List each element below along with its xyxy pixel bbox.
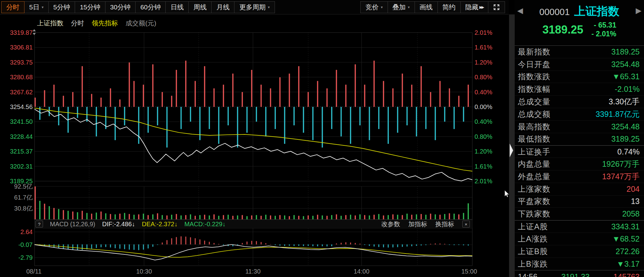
price-axis-label: 3241.50	[0, 118, 33, 125]
current-price: 3189.25	[542, 23, 583, 36]
period-tab-15min[interactable]: 15分钟	[75, 1, 105, 13]
stat-value: ▼3.17	[617, 259, 640, 269]
tool-button-auction[interactable]: 竞价▾	[360, 1, 388, 13]
period-tab-label: 5日	[29, 3, 40, 12]
price-axis-label: 3215.37	[0, 148, 33, 154]
stat-value: 13747万手	[602, 171, 640, 182]
period-tab-label: 更多周期	[239, 3, 266, 12]
tool-button-label: 隐藏	[465, 3, 479, 12]
quote-row-unchanged: 平盘家数13	[515, 196, 644, 208]
legend-item-yellow[interactable]: 领先指标	[92, 19, 118, 28]
tool-button-overlay[interactable]: 叠加▾	[388, 1, 415, 13]
chevron-down-icon: ▾	[408, 5, 410, 9]
percent-axis-label: 1.20%	[475, 59, 492, 65]
stat-value: 3189.25	[611, 47, 640, 56]
period-tab-month[interactable]: 月线	[211, 1, 234, 13]
period-tab-30min[interactable]: 30分钟	[105, 1, 136, 13]
percent-axis-label: 1.61%	[475, 163, 492, 170]
stat-label: 上证换手	[518, 147, 550, 157]
period-tab-day[interactable]: 日线	[165, 1, 189, 13]
tool-button-hide[interactable]: 隐藏▶▶	[460, 1, 488, 13]
volume-axis-label: 61.7亿	[0, 194, 33, 201]
stat-label: 上证B股	[518, 246, 548, 257]
time-axis-label: 08/11	[26, 268, 42, 274]
stat-value: 3254.48	[611, 122, 640, 131]
last-tick-row: 14:56 3191.33 145763	[515, 272, 644, 277]
scale-marker-icon	[33, 29, 36, 31]
stat-value: -2.01%	[615, 85, 640, 94]
mouse-cursor	[504, 190, 510, 198]
macd-help-button[interactable]: ?	[35, 221, 43, 227]
legend-item-light[interactable]: 分时	[71, 19, 84, 28]
close-indicator-button[interactable]: ×	[462, 221, 470, 227]
stat-label: 今日开盘	[518, 59, 550, 70]
volume-axis-label: 30.8亿	[0, 205, 33, 212]
quote-row-decliners: 下跌家数2058	[515, 208, 644, 220]
quote-row-low: 最低指数3189.25	[515, 133, 644, 146]
percent-axis-label: 1.20%	[475, 148, 492, 154]
stat-value: 272.26	[616, 247, 640, 256]
stat-label: 上证A股	[518, 222, 548, 232]
tool-button-fullscreen[interactable]	[488, 1, 505, 13]
prev-stock-arrow[interactable]: ◀	[517, 6, 523, 15]
period-tab-fenshi[interactable]: 分时	[1, 1, 24, 13]
macd-dea-value: DEA:-2.372↓	[142, 221, 177, 228]
quote-row-sh-b: 上证B股272.26	[515, 245, 644, 258]
quote-row-advancers: 上涨家数204	[515, 183, 644, 196]
macd-axis-label: 2.64	[0, 229, 33, 235]
chart-canvas[interactable]	[35, 33, 472, 266]
quote-row-sh-a: 上证A股3343.31	[515, 220, 644, 233]
percent-axis-label: 0.40%	[475, 89, 492, 95]
period-tab-label: 分时	[6, 3, 19, 12]
tool-button-draw-line[interactable]: 画线	[415, 1, 438, 13]
stat-value: ▼65.31	[612, 72, 640, 81]
legend-item-cream[interactable]: 上证指数	[37, 19, 63, 28]
macd-actions: 改参数加指标换指标×	[381, 220, 470, 228]
period-tab-week[interactable]: 周线	[188, 1, 212, 13]
stat-value: 204	[626, 185, 640, 194]
period-tab-label: 日线	[170, 3, 184, 12]
price-axis-label: 3319.87	[0, 29, 33, 36]
tool-button-simple-mode[interactable]: 简约	[437, 1, 461, 13]
stock-code: 000001	[539, 7, 570, 17]
quote-row-turnover-rate: 上证换手0.74%	[515, 145, 644, 158]
price-axis-label: 3267.62	[0, 89, 33, 95]
quote-header: ◀ ▶ 000001 上证指数 3189.25 - 65.31 - 2.01%	[515, 0, 644, 46]
stat-value: 19267万手	[602, 159, 640, 169]
panel-divider[interactable]	[509, 14, 515, 277]
period-tab-5min[interactable]: 5分钟	[48, 1, 75, 13]
down-arrow-icon: ↓	[174, 221, 177, 227]
period-tab-label: 30分钟	[110, 3, 131, 12]
stat-label: 内盘总量	[518, 159, 550, 169]
stat-label: 上A涨跌	[518, 234, 548, 244]
quote-stats: 最新指数3189.25今日开盘3254.48指数涨跌▼65.31指数涨幅-2.0…	[515, 46, 644, 270]
period-tab-more-periods[interactable]: 更多周期▾	[234, 1, 275, 13]
period-tab-60min[interactable]: 60分钟	[135, 1, 166, 13]
stat-label: 外盘总量	[518, 171, 550, 182]
time-axis-label: 11:30	[245, 268, 261, 274]
macd-axis-label: -2.79	[0, 254, 33, 261]
panel-collapse-handle[interactable]	[510, 144, 513, 157]
edit-params-button[interactable]: 改参数	[381, 220, 400, 228]
chevron-down-icon: ▾	[42, 5, 44, 9]
percent-axis-label: 0.80%	[475, 133, 492, 140]
quote-row-latest: 最新指数3189.25	[515, 46, 644, 58]
period-tab-5d[interactable]: 5日▾	[24, 1, 49, 13]
switch-indicator-button[interactable]: 换指标	[435, 220, 454, 228]
add-indicator-button[interactable]: 加指标	[408, 220, 427, 228]
stat-label: 上涨家数	[518, 184, 550, 194]
quote-row-open: 今日开盘3254.48	[515, 58, 644, 71]
next-stock-arrow[interactable]: ▶	[636, 6, 641, 15]
time-axis-label: 14:00	[354, 268, 369, 274]
quote-row-change: 指数涨跌▼65.31	[515, 71, 644, 83]
percent-axis-label: 0.00%	[475, 104, 492, 110]
stat-value: 2058	[622, 209, 640, 218]
stat-label: 平盘家数	[518, 196, 550, 206]
macd-indicator-title: MACD (12,26,9)	[50, 221, 95, 228]
quote-row-change-pct: 指数涨幅-2.01%	[515, 83, 644, 96]
period-tab-label: 15分钟	[80, 3, 100, 12]
stat-value: 0.74%	[617, 147, 640, 156]
price-axis-label: 3228.44	[0, 133, 33, 140]
legend-item-gray[interactable]: 成交额(元)	[126, 19, 156, 28]
period-tab-label: 5分钟	[53, 3, 70, 12]
